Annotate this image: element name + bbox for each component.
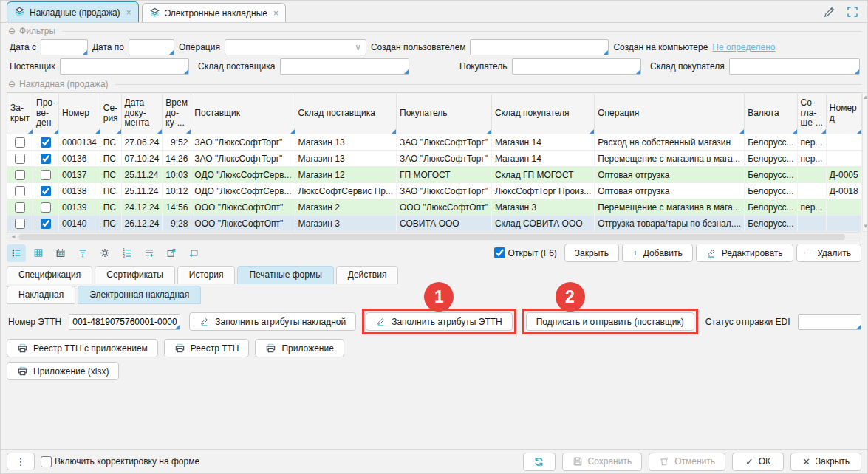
- fill-ettn-attributes-button[interactable]: Заполнить атрибуты ЭТТН: [366, 312, 513, 331]
- delete-button[interactable]: − Удалить: [796, 244, 861, 262]
- scroll-down-icon[interactable]: ▼: [863, 224, 868, 230]
- buyer-warehouse-input[interactable]: [730, 59, 859, 74]
- edit-pencil-icon[interactable]: [821, 4, 836, 19]
- column-header[interactable]: Се- рия: [100, 93, 121, 134]
- close-icon[interactable]: ×: [273, 8, 278, 18]
- edit-button[interactable]: Редактировать: [696, 244, 793, 262]
- add-list-icon[interactable]: [140, 244, 159, 262]
- approved-checkbox[interactable]: [41, 137, 51, 148]
- column-header[interactable]: За- крыт: [7, 93, 33, 134]
- column-header[interactable]: Со- гла- ше-...: [797, 93, 826, 134]
- collapse-icon[interactable]: ⊖: [8, 79, 16, 89]
- column-header[interactable]: Номер д: [826, 93, 861, 134]
- registry-ttn-with-appendix-button[interactable]: Реестр ТТН с приложением: [7, 339, 158, 357]
- list-view-icon[interactable]: [7, 244, 26, 262]
- supplier-warehouse-input[interactable]: [281, 59, 409, 74]
- tab-print-forms[interactable]: Печатные формы: [237, 266, 333, 284]
- cancel-label: Отменить: [674, 456, 715, 467]
- supplier-input[interactable]: [61, 59, 189, 74]
- add-button[interactable]: + Добавить: [622, 244, 693, 262]
- filter-icon[interactable]: [73, 244, 92, 262]
- cancel-button[interactable]: Отменить: [649, 453, 725, 471]
- grid-view-icon[interactable]: [29, 244, 48, 262]
- appendix-button[interactable]: Приложение: [255, 339, 344, 357]
- table-row[interactable]: 00136ПС07.10.2414:26ЗАО "ЛюксСофтТорг"Ма…: [7, 151, 862, 167]
- table-row[interactable]: 00138ПС25.11.2410:12ОДО "ЛюксСофтСерв...…: [7, 183, 862, 199]
- fill-invoice-attributes-button[interactable]: Заполнить атрибуты накладной: [189, 312, 356, 331]
- column-header[interactable]: Номер: [59, 93, 100, 134]
- vertical-scrollbar[interactable]: ▲ ▼: [862, 92, 868, 232]
- edi-status-input[interactable]: [799, 315, 861, 329]
- column-header[interactable]: Склад поставщика: [295, 93, 396, 134]
- closed-checkbox[interactable]: [15, 202, 25, 213]
- column-header[interactable]: Покупатель: [397, 93, 492, 134]
- correction-checkbox[interactable]: [41, 456, 52, 467]
- created-on-computer-link[interactable]: Не определено: [712, 42, 775, 52]
- ok-button[interactable]: ✓ ОК: [732, 453, 784, 471]
- close-window-button[interactable]: ✕ Закрыть: [790, 453, 861, 471]
- cell-time: 14:26: [163, 151, 191, 167]
- menu-dots-button[interactable]: ⋮: [7, 453, 35, 470]
- closed-checkbox[interactable]: [15, 186, 25, 196]
- tab-certificates[interactable]: Сертификаты: [95, 266, 175, 284]
- table-row[interactable]: 00139ПС24.12.2414:56ООО "ЛюксСофтОпт"Маг…: [7, 199, 862, 216]
- close-record-button[interactable]: Закрыть: [564, 244, 619, 262]
- numbered-list-icon[interactable]: 123: [117, 244, 137, 262]
- column-header[interactable]: Про- ве- ден: [33, 93, 59, 134]
- created-by-input[interactable]: [471, 40, 608, 55]
- collapse-icon[interactable]: ⊖: [8, 26, 16, 36]
- cell-closed: [7, 199, 33, 216]
- window-tab-invoices-sale[interactable]: Накладные (продажа) ×: [7, 1, 139, 22]
- cell-operation: Расход на собственный магазин: [595, 134, 745, 151]
- column-header[interactable]: Врем до- ку-...: [163, 93, 191, 134]
- fullscreen-icon[interactable]: [845, 4, 860, 19]
- refresh-button[interactable]: [523, 453, 556, 471]
- scrollbar-thumb[interactable]: [18, 234, 845, 240]
- table-row[interactable]: 00140ПС26.12.249:28ООО "ЛюксСофтОпт"Мага…: [7, 216, 862, 232]
- closed-checkbox[interactable]: [15, 154, 25, 164]
- tab-actions[interactable]: Действия: [336, 266, 399, 284]
- closed-checkbox[interactable]: [15, 219, 25, 229]
- column-header[interactable]: Валюта: [745, 93, 797, 134]
- calendar-icon[interactable]: [51, 244, 70, 262]
- column-header[interactable]: Дата доку- мента: [121, 93, 163, 134]
- column-header[interactable]: Операция: [595, 93, 745, 134]
- closed-checkbox[interactable]: [15, 170, 25, 180]
- reload-icon[interactable]: [184, 244, 203, 262]
- sign-and-send-button[interactable]: Подписать и отправить (поставщик): [526, 312, 694, 331]
- column-header[interactable]: Склад покупателя: [491, 93, 594, 134]
- approved-checkbox[interactable]: [41, 154, 51, 164]
- approved-checkbox[interactable]: [41, 186, 51, 196]
- closed-checkbox[interactable]: [15, 137, 25, 148]
- subtab-invoice[interactable]: Накладная: [7, 286, 75, 304]
- registry-ttn-button[interactable]: Реестр ТТН: [164, 339, 250, 357]
- close-icon[interactable]: ×: [126, 7, 131, 18]
- ettn-panel: Номер ЭТТН Заполнить атрибуты накладной …: [1, 304, 867, 385]
- approved-checkbox[interactable]: [41, 202, 51, 213]
- approved-checkbox[interactable]: [41, 219, 51, 229]
- subtab-electronic-invoice[interactable]: Электронная накладная: [78, 286, 201, 304]
- approved-checkbox[interactable]: [41, 170, 51, 180]
- open-external-icon[interactable]: [162, 244, 181, 262]
- window-tab-electronic-invoices[interactable]: Электронные накладные ×: [142, 3, 286, 22]
- settings-gear-icon[interactable]: [95, 244, 115, 262]
- tab-specification[interactable]: Спецификация: [7, 266, 92, 284]
- table-row[interactable]: 00137ПС25.11.2410:03ОДО "ЛюксСофтСерв...…: [7, 167, 862, 183]
- buyer-input[interactable]: [513, 59, 641, 74]
- filters-row-2: Поставщик Склад поставщика Покупатель Ск…: [7, 57, 861, 76]
- cell-supplier_wh: Магазин 13: [295, 151, 396, 167]
- cell-time: 10:03: [163, 167, 191, 183]
- scroll-left-icon[interactable]: ◄: [8, 233, 18, 240]
- appendix-xlsx-button[interactable]: Приложение (xlsx): [7, 362, 119, 380]
- operation-select[interactable]: ∨: [225, 39, 366, 55]
- column-header[interactable]: Поставщик: [191, 93, 295, 134]
- date-from-input[interactable]: [41, 40, 87, 55]
- ettn-number-input[interactable]: [69, 315, 180, 329]
- horizontal-scrollbar[interactable]: ◄: [7, 232, 861, 241]
- date-to-input[interactable]: [129, 40, 174, 55]
- scroll-up-icon[interactable]: ▲: [863, 95, 868, 100]
- table-row[interactable]: 0000134ПС27.06.249:52ЗАО "ЛюксСофтТорг"М…: [7, 134, 862, 151]
- tab-history[interactable]: История: [177, 266, 236, 284]
- save-button[interactable]: Сохранить: [562, 453, 643, 471]
- open-checkbox[interactable]: [494, 247, 505, 258]
